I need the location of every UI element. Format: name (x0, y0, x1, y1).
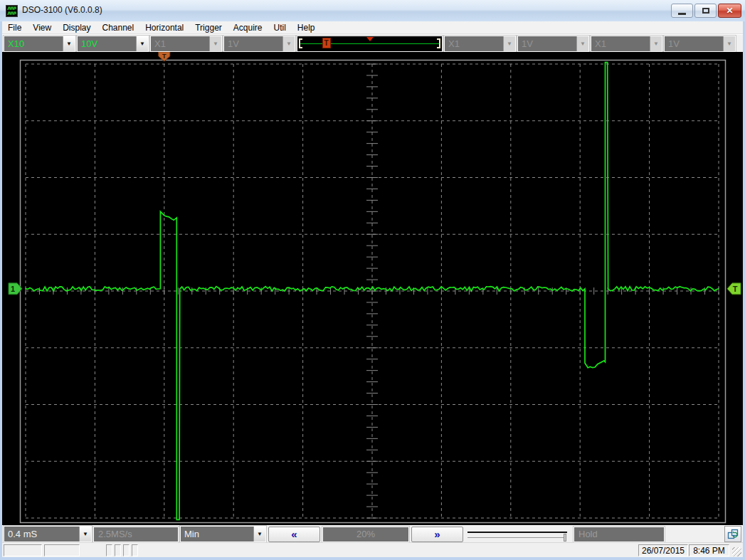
acquire-mode-select[interactable]: Min ▼ (180, 526, 266, 542)
trigger-time-marker-label: T (162, 53, 167, 60)
dropdown-arrow-icon: ▼ (503, 36, 515, 51)
timebase-select[interactable]: 0.4 mS ▼ (4, 526, 92, 542)
center-marker-icon (366, 37, 374, 41)
slider-track[interactable] (467, 532, 567, 533)
sync-icon (727, 529, 739, 540)
ch1-probe-select[interactable]: X10 ▼ (4, 36, 75, 52)
hold-label: Hold (574, 527, 665, 542)
trigger-line (300, 43, 440, 44)
menu-bar: File View Display Channel Horizontal Tri… (2, 21, 743, 34)
status-indicator-cells (104, 544, 138, 556)
menu-help[interactable]: Help (292, 21, 321, 34)
menu-trigger[interactable]: Trigger (189, 21, 228, 34)
maximize-button[interactable] (694, 4, 717, 18)
status-panel (44, 544, 80, 556)
scroll-left-icon: « (291, 529, 297, 539)
dropdown-arrow-icon[interactable]: ▼ (63, 36, 75, 51)
status-time: 8:46 PM (689, 544, 729, 556)
scroll-left-button[interactable]: « (268, 527, 320, 542)
channel1-marker-label: 1 (11, 285, 15, 293)
trigger-position-handle[interactable]: T (322, 38, 331, 48)
dropdown-arrow-icon: ▼ (576, 36, 588, 51)
menu-horizontal[interactable]: Horizontal (139, 21, 189, 34)
close-icon: ✕ (726, 6, 733, 16)
ch2-volts-per-div-select: 1V ▼ (223, 36, 295, 52)
title-bar: DSO-3100 (V6.0.0.8) ✕ (0, 0, 745, 21)
ch1-volts-per-div-select[interactable]: 10V ▼ (77, 36, 149, 52)
dropdown-arrow-icon[interactable]: ▼ (253, 527, 265, 541)
waveform-plot: T1T (2, 52, 743, 525)
menu-util[interactable]: Util (268, 21, 292, 34)
menu-display[interactable]: Display (57, 21, 96, 34)
position-slider[interactable] (466, 527, 571, 542)
minimize-icon (678, 13, 686, 15)
ch4-probe-select: X1 ▼ (591, 36, 662, 52)
menu-acquire[interactable]: Acquire (228, 21, 268, 34)
status-cell (123, 544, 130, 556)
trigger-position-widget[interactable]: T (297, 36, 443, 52)
menu-channel[interactable]: Channel (97, 21, 140, 34)
scroll-right-button[interactable]: » (411, 527, 463, 542)
menu-file[interactable]: File (2, 21, 27, 34)
ch2-probe-select: X1 ▼ (150, 36, 222, 52)
top-toolbar: X10 ▼ 10V ▼ X1 ▼ 1V ▼ T X1 ▼ 1V ▼ (2, 34, 743, 52)
scroll-right-icon: » (434, 529, 440, 539)
dropdown-arrow-icon: ▼ (723, 36, 735, 51)
status-bar: 26/07/2015 8:46 PM (2, 542, 743, 557)
dropdown-arrow-icon: ▼ (282, 36, 295, 51)
refresh-button[interactable] (724, 526, 741, 542)
status-panel (4, 544, 42, 556)
menu-view[interactable]: View (27, 21, 57, 34)
close-button[interactable]: ✕ (718, 4, 741, 18)
ch3-probe-select: X1 ▼ (444, 36, 516, 52)
status-cell (106, 544, 112, 556)
status-cell (132, 544, 138, 556)
slider-thumb[interactable] (564, 534, 566, 541)
status-cell (115, 544, 121, 556)
bracket-left-icon (299, 38, 302, 48)
dropdown-arrow-icon: ▼ (650, 36, 662, 51)
dropdown-arrow-icon[interactable]: ▼ (79, 527, 91, 541)
dropdown-arrow-icon: ▼ (209, 36, 221, 51)
status-date: 26/07/2015 (638, 544, 688, 556)
app-window: DSO-3100 (V6.0.0.8) ✕ File View Display … (0, 0, 745, 560)
ch3-volts-per-div-select: 1V ▼ (517, 36, 589, 52)
app-logo-icon (6, 5, 18, 17)
resize-grip[interactable] (732, 547, 741, 556)
bottom-toolbar: 0.4 mS ▼ 2.5MS/s Min ▼ « 20% » Hold (2, 525, 743, 542)
sample-rate-label: 2.5MS/s (93, 527, 179, 542)
position-percent-label: 20% (322, 527, 409, 542)
trigger-level-marker-label: T (733, 285, 738, 293)
bracket-right-icon (437, 38, 440, 48)
minimize-button[interactable] (671, 4, 693, 18)
ch4-volts-per-div-select: 1V ▼ (664, 36, 736, 52)
scope-display: T1T (2, 52, 743, 525)
dropdown-arrow-icon[interactable]: ▼ (136, 36, 148, 51)
maximize-icon (702, 8, 709, 14)
window-title: DSO-3100 (V6.0.0.8) (22, 5, 102, 15)
slider-groove (467, 537, 564, 538)
